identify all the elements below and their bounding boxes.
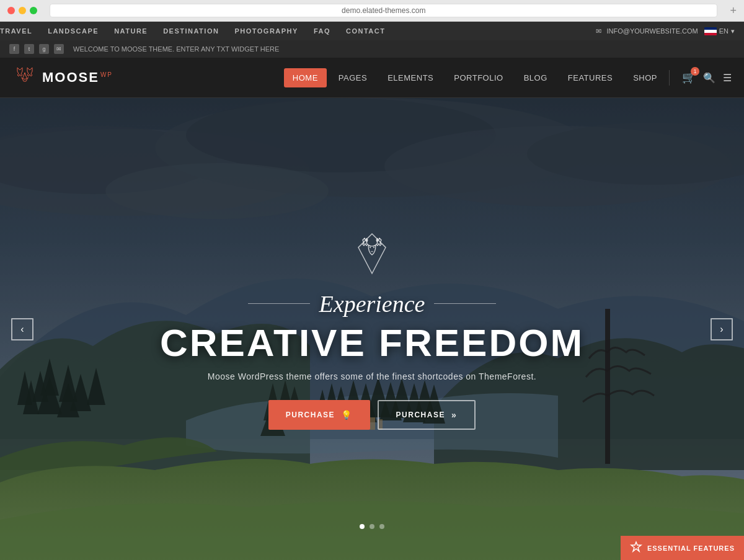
social-links: f t g ✉ [9, 44, 64, 54]
slider-dot-1[interactable] [360, 524, 365, 529]
twitter-icon[interactable]: t [24, 44, 34, 54]
address-bar[interactable]: demo.elated-themes.com [50, 4, 717, 17]
hero-section: ‹ Experience CREATIVE [0, 98, 744, 560]
sec-nav-contact[interactable]: CONTACT [346, 27, 385, 35]
slider-dot-2[interactable] [370, 524, 374, 529]
slider-next-button[interactable]: › [711, 318, 733, 340]
lightbulb-icon: 💡 [341, 410, 353, 420]
nav-features[interactable]: FEATURES [559, 68, 621, 87]
logo[interactable]: MOOSEWP [12, 65, 113, 90]
hero-buttons: PURCHASE 💡 PURCHASE » [155, 400, 589, 430]
nav-divider [669, 70, 670, 86]
slider-prev-button[interactable]: ‹ [11, 318, 33, 340]
hero-title: CREATIVE FREEDOM [155, 324, 589, 362]
purchase-button-1[interactable]: PURCHASE 💡 [268, 400, 370, 430]
nav-elements[interactable]: ELEMENTS [379, 68, 442, 87]
language-selector[interactable]: EN ▾ [704, 27, 735, 35]
moose-logo-icon [12, 65, 37, 90]
tagline-line-right [434, 303, 496, 304]
hero-content: Experience CREATIVE FREEDOM Moose WordPr… [155, 229, 589, 430]
svg-point-36 [370, 247, 371, 248]
essential-features-badge[interactable]: ESSENTIAL FEATURES [621, 536, 744, 560]
purchase-button-2[interactable]: PURCHASE » [378, 400, 476, 430]
nav-shop[interactable]: SHOP [624, 68, 666, 87]
sec-nav-nature[interactable]: NATURE [114, 27, 148, 35]
hero-subtitle: Moose WordPress theme offers some of the… [155, 371, 589, 381]
menu-button[interactable]: ☰ [723, 72, 732, 84]
search-button[interactable]: 🔍 [703, 72, 715, 84]
nav-home[interactable]: HOME [284, 68, 327, 87]
maximize-dot[interactable] [30, 7, 37, 14]
sec-nav-faq[interactable]: FAQ [314, 27, 330, 35]
minimize-dot[interactable] [19, 7, 26, 14]
nav-pages[interactable]: PAGES [330, 68, 376, 87]
top-bar: f t g ✉ WELCOME TO MOOSE THEME. ENTER AN… [0, 40, 744, 58]
main-nav-links: HOME PAGES ELEMENTS PORTFOLIO BLOG FEATU… [284, 68, 666, 87]
sec-nav-destination[interactable]: DESTINATION [163, 27, 219, 35]
browser-dots [7, 7, 37, 14]
facebook-icon[interactable]: f [9, 44, 19, 54]
close-dot[interactable] [7, 7, 15, 14]
email-display: ✉ INFO@YOURWEBSITE.COM [596, 27, 698, 35]
top-bar-message: WELCOME TO MOOSE THEME. ENTER ANY TXT WI… [73, 45, 735, 53]
essential-features-text: ESSENTIAL FEATURES [647, 544, 735, 552]
nav-blog[interactable]: BLOG [515, 68, 556, 87]
flag-icon [704, 27, 717, 35]
slider-dot-3[interactable] [379, 524, 384, 529]
svg-point-37 [373, 247, 374, 248]
browser-chrome: demo.elated-themes.com + [0, 0, 744, 22]
hero-logo-icon [155, 229, 589, 281]
address-text: demo.elated-themes.com [342, 6, 425, 15]
cart-button[interactable]: 🛒 1 [682, 71, 696, 84]
logo-text: MOOSEWP [42, 69, 113, 86]
sec-nav-travel[interactable]: TRAVEL [0, 27, 32, 35]
nav-portfolio[interactable]: PORTFOLIO [445, 68, 512, 87]
email-icon[interactable]: ✉ [54, 44, 64, 54]
tagline-line-left [248, 303, 310, 304]
add-tab-button[interactable]: + [730, 4, 737, 17]
chevrons-icon: » [451, 410, 457, 420]
googleplus-icon[interactable]: g [39, 44, 49, 54]
hero-tagline: Experience [155, 290, 589, 318]
cart-badge: 1 [691, 67, 699, 76]
secondary-nav: TRAVEL LANDSCAPE NATURE DESTINATION PHOT… [0, 22, 744, 40]
sec-nav-photography[interactable]: PHOTOGRAPHY [234, 27, 298, 35]
sec-nav-landscape[interactable]: LANDSCAPE [48, 27, 99, 35]
nav-actions: 🛒 1 🔍 ☰ [682, 71, 732, 84]
slider-dots [360, 524, 384, 529]
main-nav: MOOSEWP HOME PAGES ELEMENTS PORTFOLIO BL… [0, 58, 744, 98]
essential-features-icon [630, 541, 642, 555]
